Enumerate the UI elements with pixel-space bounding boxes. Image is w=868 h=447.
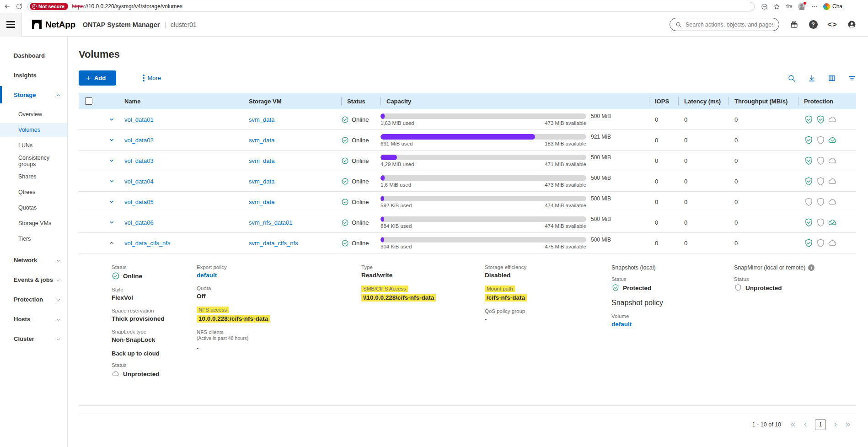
sidebar-item-luns[interactable]: LUNs <box>0 139 67 152</box>
sidebar-item-tiers[interactable]: Tiers <box>0 232 67 246</box>
search-icon <box>675 22 682 28</box>
table-row-expanded: vol_data_cifs_nfs svm_data_cifs_nfs Onli… <box>79 233 856 253</box>
account-icon[interactable] <box>847 20 856 29</box>
svm-link[interactable]: svm_data <box>249 116 274 123</box>
favorite-star-icon[interactable] <box>773 3 780 10</box>
sidebar-item-hosts[interactable]: Hosts <box>0 312 67 326</box>
svm-link[interactable]: svm_data_cifs_nfs <box>249 240 298 247</box>
snapshot-policy-volume-link[interactable]: default <box>611 321 734 328</box>
sidebar-item-events-jobs[interactable]: Events & jobs <box>0 273 67 286</box>
svm-link[interactable]: svm_data <box>249 178 274 185</box>
export-policy-link[interactable]: default <box>197 272 361 279</box>
last-page-icon[interactable] <box>845 421 852 428</box>
col-latency[interactable]: Latency (ms) <box>679 98 729 105</box>
throughput-value: 0 <box>734 157 804 164</box>
volume-link[interactable]: vol_data06 <box>124 219 154 226</box>
snapshot-policy-volume-label: Volume <box>611 313 734 319</box>
col-status[interactable]: Status <box>342 98 380 105</box>
volume-link[interactable]: vol_data02 <box>124 137 154 144</box>
previous-page-icon[interactable] <box>802 421 809 428</box>
back-icon[interactable] <box>4 3 11 10</box>
row-expander-icon[interactable] <box>108 219 115 226</box>
row-expander-icon[interactable] <box>108 137 115 143</box>
select-all-checkbox[interactable] <box>85 97 92 105</box>
row-collapse-icon[interactable] <box>108 240 115 246</box>
add-button[interactable]: + Add <box>79 70 116 86</box>
sidebar-item-storage-vms[interactable]: Storage VMs <box>0 216 67 230</box>
more-button[interactable]: More <box>143 75 161 82</box>
row-expander-icon[interactable] <box>108 178 115 184</box>
row-expander-icon[interactable] <box>108 157 115 164</box>
global-search[interactable] <box>670 18 779 31</box>
capacity-used: 304 KiB used <box>380 244 412 249</box>
col-name[interactable]: Name <box>124 98 249 105</box>
capacity-used: 691 MiB used <box>380 141 413 146</box>
whats-new-gift-icon[interactable] <box>789 20 798 29</box>
sidebar-item-volumes[interactable]: Volumes <box>0 123 67 137</box>
col-throughput[interactable]: Throughput (MB/s) <box>729 98 798 105</box>
help-icon[interactable]: ? <box>809 20 818 29</box>
qos-value: - <box>485 316 611 323</box>
address-bar[interactable]: Not secure https://10.0.0.220/sysmgr/v4/… <box>27 2 755 11</box>
sidebar-item-protection[interactable]: Protection <box>0 292 67 306</box>
hamburger-menu-button[interactable] <box>0 13 22 37</box>
favorites-bar-icon[interactable] <box>786 3 793 10</box>
browser-profile-avatar[interactable] <box>798 3 805 10</box>
code-api-icon[interactable]: <> <box>828 20 837 29</box>
latency-value: 0 <box>684 157 734 164</box>
hamburger-icon <box>6 20 15 30</box>
sidebar-item-network[interactable]: Network <box>0 253 67 267</box>
volume-link[interactable]: vol_data_cifs_nfs <box>124 240 170 247</box>
sidebar-item-qtrees[interactable]: Qtrees <box>0 185 67 199</box>
status-text: Online <box>352 116 369 123</box>
cloud-backup-icon <box>828 115 837 124</box>
row-expander-icon[interactable] <box>108 116 115 123</box>
sidebar-item-overview[interactable]: Overview <box>0 108 67 121</box>
browser-menu-icon[interactable] <box>811 3 818 10</box>
sidebar-item-storage[interactable]: Storage <box>0 88 67 102</box>
volume-link[interactable]: vol_data03 <box>124 157 154 164</box>
global-search-input[interactable] <box>686 22 773 28</box>
col-storage-vm[interactable]: Storage VM <box>249 98 341 105</box>
sidebar-item-insights[interactable]: Insights <box>0 68 67 82</box>
sidebar-item-cluster[interactable]: Cluster <box>0 332 67 345</box>
svm-link[interactable]: svm_data <box>249 157 274 164</box>
sidebar-item-shares[interactable]: Shares <box>0 170 67 183</box>
next-page-icon[interactable] <box>832 421 839 428</box>
throughput-value: 0 <box>734 137 804 144</box>
columns-icon[interactable] <box>828 74 836 82</box>
latency-value: 0 <box>684 199 734 205</box>
iops-value: 0 <box>655 157 684 164</box>
chevron-up-icon <box>56 92 61 97</box>
col-iops[interactable]: IOPS <box>649 98 678 105</box>
volume-link[interactable]: vol_data04 <box>124 178 154 185</box>
sidebar-item-consistency-groups[interactable]: Consistency groups <box>0 154 67 168</box>
cloud-backup-icon <box>828 156 837 166</box>
copilot-button[interactable]: Cha <box>823 3 842 10</box>
capacity-bar <box>380 196 586 201</box>
netapp-logo-icon <box>32 20 42 29</box>
table-row: vol_data04 svm_data Online 500 MiB 1,6 M… <box>79 171 856 192</box>
sidebar-item-dashboard[interactable]: Dashboard <box>0 48 67 62</box>
chevron-down-icon <box>56 258 61 263</box>
more-tools-icon[interactable] <box>761 3 768 10</box>
info-icon[interactable]: i <box>808 264 814 271</box>
volume-link[interactable]: vol_data05 <box>124 199 154 205</box>
iops-value: 0 <box>655 199 684 205</box>
not-secure-badge[interactable]: Not secure <box>30 3 68 10</box>
row-expander-icon[interactable] <box>108 199 115 205</box>
download-icon[interactable] <box>808 74 816 82</box>
current-page[interactable]: 1 <box>815 419 826 430</box>
sidebar-item-quotas[interactable]: Quotas <box>0 201 67 215</box>
col-capacity[interactable]: Capacity <box>381 98 649 105</box>
col-protection[interactable]: Protection <box>798 98 844 105</box>
svm-link[interactable]: svm_nfs_data01 <box>249 219 292 226</box>
svm-link[interactable]: svm_data <box>249 137 274 144</box>
svm-link[interactable]: svm_data <box>249 199 274 205</box>
volume-link[interactable]: vol_data01 <box>124 116 154 123</box>
table-search-icon[interactable] <box>788 74 796 82</box>
snapshot-policy-header: Snapshot policy <box>611 299 734 307</box>
filter-icon[interactable] <box>848 74 856 82</box>
first-page-icon[interactable] <box>789 421 796 428</box>
refresh-icon[interactable] <box>16 3 23 10</box>
